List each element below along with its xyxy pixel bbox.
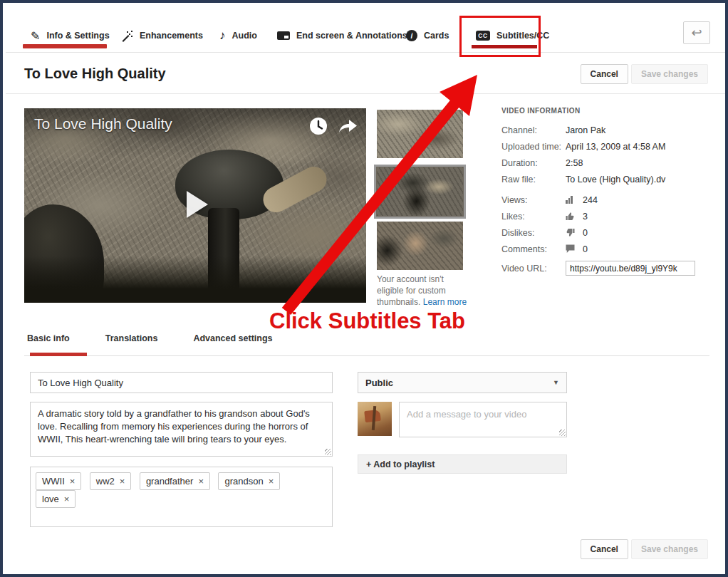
subtab-basic-info[interactable]: Basic info bbox=[24, 329, 73, 348]
learn-more-link[interactable]: Learn more bbox=[423, 297, 467, 307]
share-arrow-icon[interactable] bbox=[338, 118, 358, 134]
scene-shadow bbox=[24, 256, 366, 303]
info-row-comments: Comments: 0 bbox=[501, 241, 715, 257]
info-row-uploaded: Uploaded time: April 13, 2009 at 4:58 AM bbox=[501, 138, 715, 155]
watch-later-clock-icon[interactable] bbox=[309, 117, 328, 135]
remove-tag-icon[interactable]: × bbox=[64, 494, 70, 504]
subtab-translations[interactable]: Translations bbox=[103, 329, 161, 348]
save-changes-button-bottom[interactable]: Save changes bbox=[631, 539, 708, 559]
tab-audio[interactable]: ♪ Audio bbox=[219, 26, 257, 46]
tag-label: love bbox=[42, 494, 59, 504]
video-manager-window: ✎ Info & Settings Enhancements ♪ Audio E… bbox=[0, 0, 728, 577]
thumbnail-option-1[interactable] bbox=[377, 110, 463, 158]
info-row-likes: Likes: 3 bbox=[501, 208, 715, 224]
info-label: Likes: bbox=[501, 212, 566, 222]
tags-field[interactable]: WWII× ww2× grandfather× grandson× love× bbox=[30, 467, 333, 527]
tab-enhancements[interactable]: Enhancements bbox=[121, 26, 203, 46]
video-information-panel: VIDEO INFORMATION Channel: Jaron Pak Upl… bbox=[501, 107, 715, 276]
subtitles-tab-underline bbox=[472, 45, 537, 48]
remove-tag-icon[interactable]: × bbox=[269, 477, 274, 486]
header-actions: Cancel Save changes bbox=[3, 64, 708, 84]
tab-label: End screen & Annotations bbox=[296, 31, 407, 41]
save-changes-button[interactable]: Save changes bbox=[631, 64, 708, 84]
video-player[interactable]: To Love High Quality bbox=[24, 108, 366, 303]
video-description-textarea[interactable]: A dramatic story told by a grandfather t… bbox=[30, 402, 333, 457]
cc-icon: CC bbox=[476, 31, 490, 41]
tab-label: Audio bbox=[232, 31, 257, 41]
tab-info-settings[interactable]: ✎ Info & Settings bbox=[31, 26, 110, 46]
info-value: Jaron Pak bbox=[566, 125, 605, 135]
video-title-input[interactable] bbox=[30, 372, 333, 393]
video-message-textarea[interactable] bbox=[399, 402, 567, 437]
info-label: Raw file: bbox=[501, 175, 566, 184]
thumb-up-icon bbox=[566, 212, 575, 221]
back-button[interactable]: ↩ bbox=[683, 21, 710, 44]
info-row-dislikes: Dislikes: 0 bbox=[501, 224, 715, 241]
header-divider bbox=[6, 93, 728, 94]
cancel-button[interactable]: Cancel bbox=[581, 64, 628, 84]
tag-label: ww2 bbox=[96, 476, 115, 487]
info-value: April 13, 2009 at 4:58 AM bbox=[566, 142, 665, 152]
play-button[interactable] bbox=[187, 191, 208, 218]
active-tab-underline bbox=[23, 44, 107, 48]
info-value: 0 bbox=[583, 228, 588, 238]
remove-tag-icon[interactable]: × bbox=[120, 477, 125, 486]
info-row-duration: Duration: 2:58 bbox=[501, 155, 715, 171]
privacy-dropdown[interactable]: Public ▼ bbox=[358, 372, 567, 393]
info-label: Comments: bbox=[501, 244, 566, 254]
tab-end-screen-annotations[interactable]: End screen & Annotations bbox=[277, 26, 407, 46]
annotation-text: Click Subtitles Tab bbox=[269, 308, 465, 334]
tag-label: WWII bbox=[42, 476, 65, 487]
info-circle-icon: i bbox=[406, 30, 417, 41]
tab-subtitles-cc[interactable]: CC Subtitles/CC bbox=[476, 26, 549, 46]
thumbnail-option-2-selected[interactable] bbox=[374, 165, 466, 219]
info-row-video-url: Video URL: bbox=[501, 260, 715, 276]
resize-handle[interactable] bbox=[559, 430, 566, 436]
info-label: Views: bbox=[501, 195, 566, 205]
info-label: Duration: bbox=[501, 158, 566, 168]
info-row-views: Views: 244 bbox=[501, 192, 715, 208]
music-note-icon: ♪ bbox=[219, 28, 226, 43]
video-information-heading: VIDEO INFORMATION bbox=[501, 107, 715, 115]
subtab-divider bbox=[24, 355, 709, 356]
info-label: Uploaded time: bbox=[501, 142, 566, 152]
tab-label: Cards bbox=[424, 31, 449, 41]
tag-chip: ww2× bbox=[90, 472, 132, 490]
channel-avatar bbox=[358, 402, 392, 436]
info-label: Video URL: bbox=[501, 264, 566, 274]
add-to-playlist-button[interactable]: + Add to playlist bbox=[358, 454, 567, 474]
info-value: 244 bbox=[583, 195, 598, 205]
tag-label: grandson bbox=[224, 476, 263, 487]
resize-handle[interactable] bbox=[325, 449, 331, 455]
info-row-raw-file: Raw file: To Love (High Quality).dv bbox=[501, 171, 715, 187]
subtab-active-underline bbox=[30, 353, 87, 356]
privacy-selected-value: Public bbox=[365, 378, 393, 388]
pencil-icon: ✎ bbox=[31, 29, 40, 43]
tab-cards[interactable]: i Cards bbox=[406, 26, 449, 46]
sub-tab-bar: Basic info Translations Advanced setting… bbox=[24, 329, 276, 348]
info-label: Channel: bbox=[501, 125, 566, 135]
chevron-down-icon: ▼ bbox=[553, 379, 559, 386]
tag-chip: love× bbox=[36, 490, 76, 508]
back-arrow-icon: ↩ bbox=[691, 25, 702, 41]
info-value: 2:58 bbox=[566, 158, 583, 168]
thumbnail-image bbox=[377, 167, 463, 216]
comment-icon bbox=[566, 244, 575, 254]
info-label: Dislikes: bbox=[501, 228, 566, 238]
tag-label: grandfather bbox=[146, 476, 194, 487]
remove-tag-icon[interactable]: × bbox=[70, 477, 76, 486]
info-value: 3 bbox=[583, 212, 588, 222]
bar-chart-icon bbox=[566, 196, 573, 204]
subtab-advanced-settings[interactable]: Advanced settings bbox=[190, 329, 275, 348]
cancel-button-bottom[interactable]: Cancel bbox=[581, 539, 628, 559]
tag-chip: grandson× bbox=[218, 472, 280, 490]
remove-tag-icon[interactable]: × bbox=[198, 477, 204, 486]
thumbnail-note: Your account isn't eligible for custom t… bbox=[377, 274, 468, 308]
player-overlay-title: To Love High Quality bbox=[34, 115, 172, 132]
thumbnail-option-3[interactable] bbox=[377, 222, 463, 270]
video-url-input[interactable] bbox=[566, 261, 695, 276]
tab-label: Enhancements bbox=[140, 31, 203, 41]
info-value: 0 bbox=[583, 244, 588, 254]
tab-label: Subtitles/CC bbox=[496, 31, 549, 41]
info-value: To Love (High Quality).dv bbox=[566, 175, 665, 184]
